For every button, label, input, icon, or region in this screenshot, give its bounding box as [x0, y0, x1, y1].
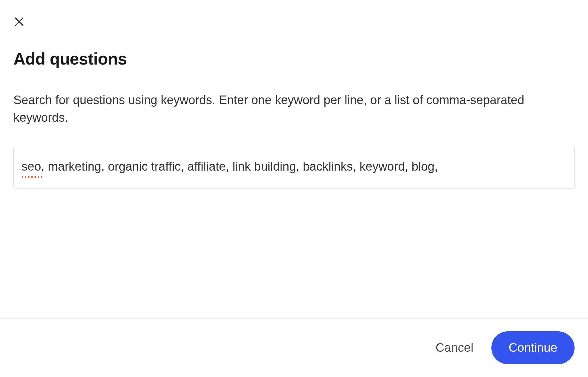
- close-icon: [13, 15, 26, 28]
- keywords-input[interactable]: [13, 147, 575, 188]
- cancel-button[interactable]: Cancel: [436, 341, 473, 355]
- close-button[interactable]: [13, 15, 26, 28]
- spellcheck-underline: [22, 176, 44, 178]
- input-wrapper: [13, 147, 575, 190]
- dialog-description: Search for questions using keywords. Ent…: [13, 91, 575, 127]
- dialog-title: Add questions: [13, 49, 575, 68]
- add-questions-dialog: Add questions Search for questions using…: [0, 0, 588, 377]
- continue-button[interactable]: Continue: [491, 331, 575, 364]
- dialog-footer: Cancel Continue: [0, 318, 588, 377]
